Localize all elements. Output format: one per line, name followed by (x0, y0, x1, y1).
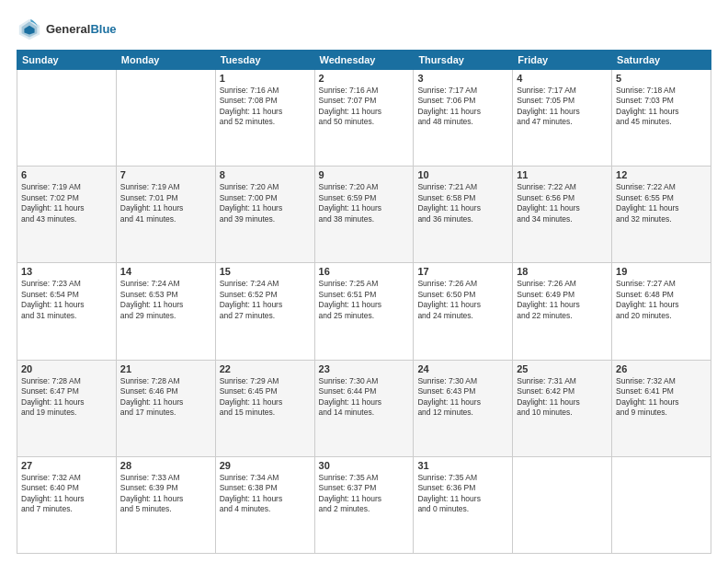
day-info: Sunrise: 7:17 AM Sunset: 7:06 PM Dayligh… (417, 86, 508, 128)
day-number: 2 (319, 73, 410, 84)
calendar-cell: 31Sunrise: 7:35 AM Sunset: 6:36 PM Dayli… (414, 456, 513, 553)
logo-icon (17, 17, 42, 42)
calendar-cell: 16Sunrise: 7:25 AM Sunset: 6:51 PM Dayli… (314, 263, 414, 360)
day-info: Sunrise: 7:33 AM Sunset: 6:39 PM Dayligh… (120, 473, 211, 515)
day-info: Sunrise: 7:26 AM Sunset: 6:49 PM Dayligh… (517, 279, 608, 321)
day-info: Sunrise: 7:17 AM Sunset: 7:05 PM Dayligh… (517, 86, 608, 128)
calendar-cell (17, 70, 117, 167)
calendar-cell: 25Sunrise: 7:31 AM Sunset: 6:42 PM Dayli… (513, 360, 612, 456)
week-row-0: 1Sunrise: 7:16 AM Sunset: 7:08 PM Daylig… (17, 70, 711, 167)
calendar-cell: 18Sunrise: 7:26 AM Sunset: 6:49 PM Dayli… (513, 263, 612, 360)
day-number: 21 (120, 363, 211, 374)
day-info: Sunrise: 7:23 AM Sunset: 6:54 PM Dayligh… (21, 279, 112, 321)
day-info: Sunrise: 7:32 AM Sunset: 6:40 PM Dayligh… (21, 473, 112, 515)
day-info: Sunrise: 7:24 AM Sunset: 6:53 PM Dayligh… (120, 279, 211, 321)
calendar-cell: 26Sunrise: 7:32 AM Sunset: 6:41 PM Dayli… (612, 360, 711, 456)
week-row-4: 27Sunrise: 7:32 AM Sunset: 6:40 PM Dayli… (17, 456, 711, 553)
day-number: 16 (319, 266, 410, 277)
calendar-cell: 3Sunrise: 7:17 AM Sunset: 7:06 PM Daylig… (414, 70, 513, 167)
calendar-cell: 8Sunrise: 7:20 AM Sunset: 7:00 PM Daylig… (215, 167, 314, 263)
day-number: 30 (319, 460, 410, 471)
day-number: 3 (417, 73, 508, 84)
day-info: Sunrise: 7:19 AM Sunset: 7:01 PM Dayligh… (120, 182, 211, 224)
calendar-cell: 1Sunrise: 7:16 AM Sunset: 7:08 PM Daylig… (215, 70, 314, 167)
weekday-header-sunday: Sunday (17, 51, 117, 70)
calendar-cell: 15Sunrise: 7:24 AM Sunset: 6:52 PM Dayli… (215, 263, 314, 360)
day-number: 25 (517, 363, 608, 374)
weekday-header-monday: Monday (116, 51, 215, 70)
calendar-cell: 9Sunrise: 7:20 AM Sunset: 6:59 PM Daylig… (314, 167, 414, 263)
day-number: 31 (417, 460, 508, 471)
day-info: Sunrise: 7:25 AM Sunset: 6:51 PM Dayligh… (319, 279, 410, 321)
day-number: 12 (616, 169, 707, 180)
day-number: 28 (120, 460, 211, 471)
day-number: 17 (417, 266, 508, 277)
day-info: Sunrise: 7:27 AM Sunset: 6:48 PM Dayligh… (616, 279, 707, 321)
calendar-cell: 5Sunrise: 7:18 AM Sunset: 7:03 PM Daylig… (612, 70, 711, 167)
day-number: 1 (220, 73, 311, 84)
day-number: 23 (319, 363, 410, 374)
day-number: 10 (417, 169, 508, 180)
calendar-cell: 19Sunrise: 7:27 AM Sunset: 6:48 PM Dayli… (612, 263, 711, 360)
calendar-cell: 17Sunrise: 7:26 AM Sunset: 6:50 PM Dayli… (414, 263, 513, 360)
day-number: 8 (220, 169, 311, 180)
calendar-cell (116, 70, 215, 167)
day-info: Sunrise: 7:22 AM Sunset: 6:55 PM Dayligh… (616, 182, 707, 224)
day-info: Sunrise: 7:22 AM Sunset: 6:56 PM Dayligh… (517, 182, 608, 224)
calendar-cell: 22Sunrise: 7:29 AM Sunset: 6:45 PM Dayli… (215, 360, 314, 456)
day-number: 11 (517, 169, 608, 180)
day-number: 20 (21, 363, 112, 374)
day-number: 13 (21, 266, 112, 277)
day-number: 22 (220, 363, 311, 374)
day-number: 7 (120, 169, 211, 180)
day-number: 4 (517, 73, 608, 84)
header: GeneralBlue (17, 17, 711, 42)
day-info: Sunrise: 7:21 AM Sunset: 6:58 PM Dayligh… (417, 182, 508, 224)
page: GeneralBlue SundayMondayTuesdayWednesday… (0, 0, 728, 563)
calendar-cell: 21Sunrise: 7:28 AM Sunset: 6:46 PM Dayli… (116, 360, 215, 456)
day-info: Sunrise: 7:24 AM Sunset: 6:52 PM Dayligh… (220, 279, 311, 321)
day-number: 14 (120, 266, 211, 277)
logo-text: GeneralBlue (46, 22, 117, 37)
day-number: 9 (319, 169, 410, 180)
day-info: Sunrise: 7:20 AM Sunset: 7:00 PM Dayligh… (220, 182, 311, 224)
day-info: Sunrise: 7:35 AM Sunset: 6:36 PM Dayligh… (417, 473, 508, 515)
weekday-header-row: SundayMondayTuesdayWednesdayThursdayFrid… (17, 51, 711, 70)
calendar-cell: 4Sunrise: 7:17 AM Sunset: 7:05 PM Daylig… (513, 70, 612, 167)
day-info: Sunrise: 7:30 AM Sunset: 6:43 PM Dayligh… (417, 376, 508, 419)
calendar-cell: 13Sunrise: 7:23 AM Sunset: 6:54 PM Dayli… (17, 263, 117, 360)
calendar-cell (612, 456, 711, 553)
day-info: Sunrise: 7:31 AM Sunset: 6:42 PM Dayligh… (517, 376, 608, 419)
day-number: 15 (220, 266, 311, 277)
day-info: Sunrise: 7:16 AM Sunset: 7:07 PM Dayligh… (319, 86, 410, 128)
calendar-cell: 10Sunrise: 7:21 AM Sunset: 6:58 PM Dayli… (414, 167, 513, 263)
calendar-cell (513, 456, 612, 553)
week-row-1: 6Sunrise: 7:19 AM Sunset: 7:02 PM Daylig… (17, 167, 711, 263)
day-number: 24 (417, 363, 508, 374)
calendar-cell: 29Sunrise: 7:34 AM Sunset: 6:38 PM Dayli… (215, 456, 314, 553)
day-number: 5 (616, 73, 707, 84)
day-info: Sunrise: 7:18 AM Sunset: 7:03 PM Dayligh… (616, 86, 707, 128)
day-number: 18 (517, 266, 608, 277)
day-info: Sunrise: 7:35 AM Sunset: 6:37 PM Dayligh… (319, 473, 410, 515)
day-info: Sunrise: 7:34 AM Sunset: 6:38 PM Dayligh… (220, 473, 311, 515)
weekday-header-wednesday: Wednesday (314, 51, 414, 70)
calendar-cell: 11Sunrise: 7:22 AM Sunset: 6:56 PM Dayli… (513, 167, 612, 263)
calendar-cell: 6Sunrise: 7:19 AM Sunset: 7:02 PM Daylig… (17, 167, 117, 263)
calendar-table: SundayMondayTuesdayWednesdayThursdayFrid… (17, 50, 711, 554)
day-info: Sunrise: 7:26 AM Sunset: 6:50 PM Dayligh… (417, 279, 508, 321)
calendar-cell: 28Sunrise: 7:33 AM Sunset: 6:39 PM Dayli… (116, 456, 215, 553)
weekday-header-thursday: Thursday (414, 51, 513, 70)
calendar-cell: 24Sunrise: 7:30 AM Sunset: 6:43 PM Dayli… (414, 360, 513, 456)
calendar-cell: 27Sunrise: 7:32 AM Sunset: 6:40 PM Dayli… (17, 456, 117, 553)
day-info: Sunrise: 7:28 AM Sunset: 6:47 PM Dayligh… (21, 376, 112, 419)
day-info: Sunrise: 7:29 AM Sunset: 6:45 PM Dayligh… (220, 376, 311, 419)
weekday-header-saturday: Saturday (612, 51, 711, 70)
day-number: 27 (21, 460, 112, 471)
day-info: Sunrise: 7:16 AM Sunset: 7:08 PM Dayligh… (220, 86, 311, 128)
calendar-cell: 20Sunrise: 7:28 AM Sunset: 6:47 PM Dayli… (17, 360, 117, 456)
day-info: Sunrise: 7:19 AM Sunset: 7:02 PM Dayligh… (21, 182, 112, 224)
day-info: Sunrise: 7:30 AM Sunset: 6:44 PM Dayligh… (319, 376, 410, 419)
day-info: Sunrise: 7:28 AM Sunset: 6:46 PM Dayligh… (120, 376, 211, 419)
calendar-cell: 2Sunrise: 7:16 AM Sunset: 7:07 PM Daylig… (314, 70, 414, 167)
